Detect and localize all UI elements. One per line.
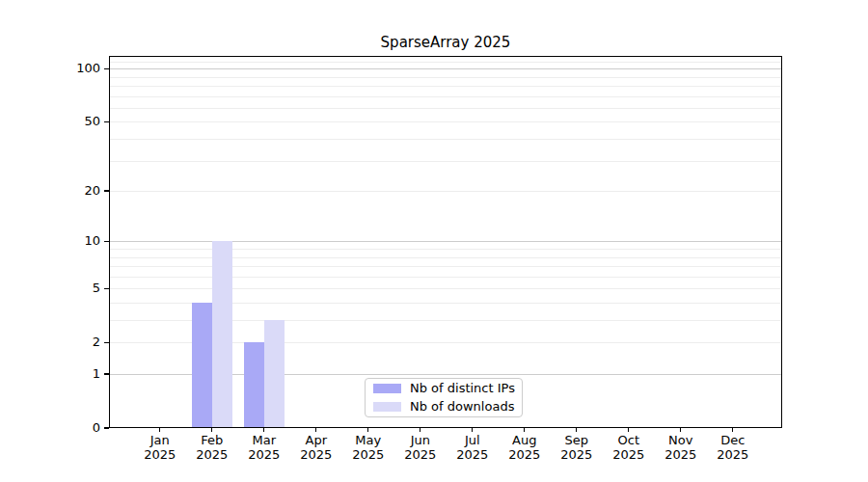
y-gridline-minor <box>109 86 782 87</box>
y-tick-mark <box>104 121 109 122</box>
legend: Nb of distinct IPs Nb of downloads <box>365 378 523 417</box>
y-gridline-minor <box>109 161 782 162</box>
x-tick-mark <box>159 428 160 432</box>
plot-area <box>109 56 782 428</box>
y-tick-mark <box>104 373 109 374</box>
x-tick-year: 2025 <box>702 447 764 462</box>
x-tick-mark <box>576 428 577 432</box>
y-tick-label: 50 <box>4 114 100 129</box>
legend-swatch-downloads <box>373 402 401 412</box>
y-tick-label: 2 <box>4 335 100 350</box>
y-tick-label: 10 <box>4 233 100 249</box>
y-gridline-minor <box>109 191 782 192</box>
y-gridline-minor <box>109 108 782 109</box>
x-tick-mark <box>367 428 368 432</box>
y-gridline-minor <box>109 266 782 267</box>
y-tick-mark <box>104 68 109 69</box>
figure: SparseArray 2025 0125102050100Jan2025Feb… <box>0 0 868 482</box>
x-tick-mark <box>472 428 473 432</box>
chart-title: SparseArray 2025 <box>109 34 782 51</box>
y-tick-mark <box>104 190 109 191</box>
y-gridline-major <box>109 68 782 69</box>
y-gridline-minor <box>109 62 782 63</box>
x-tick-mark <box>211 428 212 432</box>
y-gridline-minor <box>109 139 782 140</box>
y-tick-mark <box>104 241 109 242</box>
y-gridline-minor <box>109 77 782 78</box>
x-tick-month: Dec <box>702 433 764 447</box>
y-tick-mark <box>104 427 109 428</box>
bar-downloads <box>264 320 285 428</box>
x-tick-mark <box>732 428 733 432</box>
y-gridline-minor <box>109 257 782 258</box>
y-tick-mark <box>104 342 109 343</box>
legend-item-downloads: Nb of downloads <box>373 399 522 415</box>
y-tick-label: 20 <box>4 183 100 199</box>
x-tick-mark <box>628 428 629 432</box>
y-tick-label: 1 <box>4 366 100 382</box>
y-tick-label: 100 <box>4 61 100 76</box>
legend-item-distinct-ips: Nb of distinct IPs <box>373 381 522 397</box>
y-tick-mark <box>104 288 109 289</box>
y-gridline-minor <box>109 277 782 278</box>
legend-label-distinct-ips: Nb of distinct IPs <box>410 381 515 396</box>
legend-swatch-distinct-ips <box>373 384 401 393</box>
y-gridline-minor <box>109 96 782 97</box>
y-tick-label: 5 <box>4 281 100 296</box>
x-tick-mark <box>315 428 316 432</box>
x-tick-mark <box>420 428 420 432</box>
bar-distinct-ips <box>244 342 264 428</box>
y-gridline-major <box>109 241 782 242</box>
bar-distinct-ips <box>192 303 212 428</box>
x-tick-mark <box>263 428 264 432</box>
y-gridline-minor <box>109 249 782 250</box>
x-tick-label: Dec2025 <box>702 433 764 462</box>
legend-label-downloads: Nb of downloads <box>410 399 514 415</box>
bar-downloads <box>212 241 232 428</box>
y-tick-label: 0 <box>4 420 100 436</box>
x-tick-mark <box>680 428 681 432</box>
y-gridline-minor <box>109 288 782 289</box>
x-tick-mark <box>524 428 525 432</box>
y-gridline-minor <box>109 121 782 122</box>
